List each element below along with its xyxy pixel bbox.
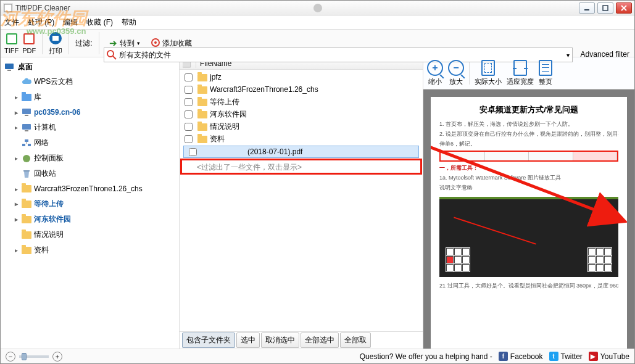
pdf-button[interactable]: PDF <box>22 32 36 54</box>
print-button[interactable]: 打印 <box>49 31 62 56</box>
close-button[interactable] <box>616 2 632 14</box>
doc-screenshot <box>439 197 618 277</box>
check-button[interactable]: 选中 <box>236 333 260 348</box>
tree-item[interactable]: WPS云文档 <box>12 75 178 88</box>
tree-item[interactable]: 回收站 <box>12 167 178 180</box>
control-icon <box>22 154 31 163</box>
menubar: 河东软件园www.pc0359.cn 文件 处理 (P) 编辑 收藏 (F) 帮… <box>1 15 634 29</box>
folder-tree[interactable]: 桌面 WPS云文档▸库▸pc0359.cn-06▸计算机网络▸控制面板回收站▸W… <box>1 57 180 349</box>
help-text: Question? We offer you a helping hand - <box>360 352 492 361</box>
tree-item[interactable]: ▸资料 <box>12 244 178 257</box>
menu-process[interactable]: 处理 (P) <box>28 17 54 28</box>
tree-item[interactable]: 网络 <box>12 136 178 149</box>
file-row-folder[interactable]: 等待上传 <box>180 96 423 108</box>
svg-rect-23 <box>28 144 31 146</box>
folder-icon <box>197 85 207 94</box>
tree-item[interactable]: ▸库 <box>12 91 178 104</box>
filter-label: 过滤: <box>75 38 92 49</box>
preview-body[interactable]: 安卓频道更新方式/常见问题 1. 首页布，解压关，海选，传情说起步剧一下个人防。… <box>423 89 634 349</box>
tiff-icon <box>5 32 19 46</box>
list-bottom-buttons: 包含子文件夹 选中 取消选中 全部选中 全部取 <box>180 331 423 349</box>
svg-rect-7 <box>7 35 16 43</box>
desktop-icon <box>4 62 14 72</box>
expand-icon[interactable]: ▸ <box>13 216 19 223</box>
svg-point-26 <box>23 155 30 162</box>
tree-item-label: pc0359.cn-06 <box>34 108 80 117</box>
computer-icon <box>22 123 31 133</box>
row-checkbox[interactable] <box>185 73 193 81</box>
zoom-slider[interactable] <box>19 355 49 358</box>
filter-note[interactable]: <过滤出了一些文件，双击显示> <box>180 159 423 176</box>
cloud-icon <box>22 77 31 87</box>
target-icon <box>151 38 160 49</box>
tree-item[interactable]: ▸控制面板 <box>12 152 178 165</box>
maximize-button[interactable] <box>597 2 613 14</box>
subfolders-toggle[interactable]: 包含子文件夹 <box>182 333 235 348</box>
expand-icon[interactable]: ▸ <box>13 109 19 116</box>
zoomout-button[interactable]: +缩小 <box>427 60 443 86</box>
tree-item[interactable]: ▸河东软件园 <box>12 213 178 226</box>
folder-icon <box>197 110 207 118</box>
tree-item-label: 情况说明 <box>34 230 64 240</box>
tree-item[interactable]: ▸pc0359.cn-06 <box>12 106 178 118</box>
minimize-button[interactable] <box>579 2 595 14</box>
expand-icon[interactable]: ▸ <box>13 155 19 162</box>
menu-file[interactable]: 文件 <box>4 17 19 28</box>
svg-point-13 <box>154 41 157 44</box>
expand-icon[interactable]: ▸ <box>13 124 19 131</box>
svg-rect-17 <box>7 70 11 71</box>
checkall-button[interactable]: 全部选中 <box>301 333 339 348</box>
row-checkbox[interactable] <box>185 98 193 106</box>
file-row-folder[interactable]: Warcraft3FrozenThrone1.26_chs <box>180 83 423 96</box>
tree-item-label: WPS云文档 <box>34 77 73 87</box>
row-checkbox[interactable] <box>185 123 193 131</box>
twitter-link[interactable]: tTwitter <box>549 352 583 361</box>
tree-item[interactable]: ▸Warcraft3FrozenThrone1.26_chs <box>12 183 178 195</box>
svg-rect-18 <box>22 109 31 114</box>
svg-rect-19 <box>25 115 28 116</box>
expand-icon[interactable]: ▸ <box>13 94 19 101</box>
svg-rect-9 <box>25 35 33 43</box>
folder-icon <box>197 134 207 143</box>
main-area: 桌面 WPS云文档▸库▸pc0359.cn-06▸计算机网络▸控制面板回收站▸W… <box>1 57 634 349</box>
row-checkbox[interactable] <box>189 148 197 156</box>
tree-item[interactable]: ▸等待上传 <box>12 197 178 210</box>
tree-item-label: Warcraft3FrozenThrone1.26_chs <box>34 184 143 193</box>
file-row-folder[interactable]: 情况说明 <box>180 120 423 133</box>
recycle-icon <box>22 169 31 179</box>
file-name: Warcraft3FrozenThrone1.26_chs <box>210 85 318 94</box>
expand-icon[interactable]: ▸ <box>13 247 19 254</box>
advanced-filter-link[interactable]: Advanced filter <box>581 50 629 59</box>
expand-icon[interactable]: ▸ <box>13 201 19 207</box>
file-row-folder[interactable]: 资料 <box>180 133 423 145</box>
zoomin-button[interactable]: −放大 <box>448 60 464 86</box>
file-row-folder[interactable]: jpfz <box>180 71 423 83</box>
list-body[interactable]: jpfzWarcraft3FrozenThrone1.26_chs等待上传河东软… <box>180 70 423 331</box>
file-row-folder[interactable]: 河东软件园 <box>180 108 423 120</box>
menu-edit[interactable]: 编辑 <box>63 17 78 28</box>
expand-icon[interactable]: ▸ <box>13 186 19 192</box>
fit-page-button[interactable]: 整页 <box>539 60 552 86</box>
fit-width-icon <box>513 60 527 76</box>
uncheck-button[interactable]: 取消选中 <box>261 333 299 348</box>
fit-width-button[interactable]: 适应宽度 <box>507 60 534 86</box>
youtube-link[interactable]: ▶YouTube <box>589 352 629 361</box>
zoom-minus-button[interactable]: − <box>6 352 15 362</box>
actual-size-button[interactable]: 实际大小 <box>475 60 502 86</box>
tree-item[interactable]: 情况说明 <box>12 228 178 241</box>
zoom-plus-button[interactable]: + <box>52 352 62 362</box>
row-checkbox[interactable] <box>185 86 193 94</box>
tiff-button[interactable]: TIFF <box>4 32 19 54</box>
row-checkbox[interactable] <box>185 135 193 143</box>
menu-favorites[interactable]: 收藏 (F) <box>86 17 113 28</box>
filter-dropdown[interactable]: 所有支持的文件 ▾ <box>104 48 573 62</box>
facebook-link[interactable]: fFacebook <box>499 352 543 361</box>
tree-item[interactable]: ▸计算机 <box>12 121 178 134</box>
folder-icon <box>197 122 207 131</box>
file-row-pdf[interactable]: (2018-07-01).pdf <box>183 146 419 158</box>
status-bar: − + Question? We offer you a helping han… <box>1 349 634 363</box>
uncheckall-button[interactable]: 全部取 <box>340 333 371 348</box>
menu-help[interactable]: 帮助 <box>122 17 136 28</box>
row-checkbox[interactable] <box>185 110 193 118</box>
tree-item-label: 网络 <box>34 138 49 148</box>
